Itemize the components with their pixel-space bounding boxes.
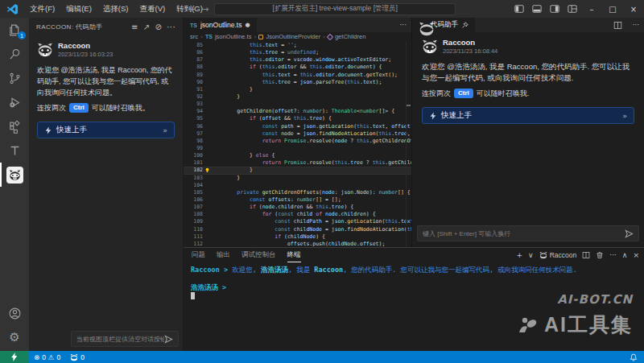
breadcrumb-file[interactable]: jsonOutline.ts — [215, 33, 251, 40]
panel-more-actions-icon[interactable]: ··· — [627, 18, 644, 32]
export-icon[interactable]: ↗ — [141, 23, 153, 31]
code-line[interactable]: 106 const offsets: number[] = []; — [184, 196, 411, 204]
toggle-secondary-sidebar-icon[interactable] — [546, 0, 564, 18]
code-line[interactable]: 88 if (this.editor && this.editor.docume… — [184, 64, 411, 71]
code-line[interactable]: 107 if (node.children && this.tree) { — [184, 204, 411, 211]
nav-forward-icon[interactable]: → — [201, 4, 208, 14]
modified-dot-icon[interactable]: ● — [245, 22, 250, 28]
bell-icon[interactable] — [630, 353, 638, 361]
panel-tab[interactable]: 终端 — [287, 248, 301, 262]
breadcrumb-class[interactable]: JsonOutlineProvider — [266, 33, 320, 40]
assistant-name: Raccoon — [58, 42, 113, 50]
maximize-button[interactable]: □ — [602, 0, 623, 18]
code-line[interactable]: 99 — [184, 145, 411, 152]
code-line[interactable]: 101 return Promise.resolve(this.tree ? t… — [184, 159, 411, 167]
code-line[interactable]: 89 this.text = this.editor.document.getT… — [184, 72, 411, 79]
code-text: if (this.editor && this.editor.document)… — [212, 64, 382, 71]
activity-raccoon[interactable] — [0, 163, 29, 187]
menu-item[interactable]: 选择(S) — [97, 0, 134, 18]
terminal-dropdown-icon[interactable]: ∨ — [528, 251, 534, 259]
remote-indicator[interactable] — [0, 351, 29, 363]
account-icon[interactable] — [0, 301, 29, 325]
close-button[interactable]: × — [623, 0, 644, 18]
panel-tab[interactable]: 输出 — [217, 248, 230, 262]
menu-item[interactable]: 编辑(E) — [60, 0, 97, 18]
code-line[interactable]: 105 private getChildrenOffsets(node: jso… — [184, 189, 411, 196]
panel-tab[interactable]: 问题 — [192, 248, 205, 262]
toggle-sidebar-icon[interactable] — [510, 0, 528, 18]
customize-layout-icon[interactable] — [564, 0, 581, 18]
code-line[interactable]: 92 } — [184, 93, 411, 101]
tab-assistant[interactable]: 代码助手 — [412, 18, 476, 32]
activity-run-debug[interactable] — [0, 90, 29, 114]
nav-back-icon[interactable]: ← — [188, 4, 196, 14]
code-line[interactable]: 93 — [184, 101, 411, 108]
code-line[interactable]: 111 if (childNode) { — [184, 233, 411, 241]
menu-item[interactable]: 文件(F) — [24, 0, 60, 18]
split-terminal-icon[interactable] — [582, 251, 590, 259]
code-line[interactable]: 87 this.editor = vscode.window.activeTex… — [184, 56, 411, 64]
split-editor-icon[interactable] — [609, 18, 627, 32]
assistant-chat-input[interactable]: 键入 [Shift + Enter] 可输入换行 — [417, 225, 639, 241]
terminal-view[interactable]: Raccoon > 欢迎您, 浩浩汤汤, 我是 Raccoon, 您的代码助手.… — [184, 262, 644, 351]
editor-scrollbar[interactable] — [406, 41, 411, 247]
code-line[interactable]: 100 } else { — [184, 152, 411, 159]
activity-source-control[interactable] — [0, 66, 29, 90]
hint-prefix: 连按两次 — [422, 88, 451, 99]
clear-chat-icon[interactable]: ⊘ — [152, 23, 164, 31]
panel-more-icon[interactable]: ··· — [609, 251, 617, 259]
code-editor[interactable]: 85 this.text = '';86 this.tree = undefin… — [184, 41, 411, 247]
send-icon[interactable] — [625, 229, 634, 238]
code-line[interactable]: 102 } — [184, 167, 411, 174]
code-line[interactable]: 95 if (offset && this.tree) { — [184, 115, 411, 122]
code-line[interactable]: 97 const node = json.findNodeAtLocation(… — [184, 130, 411, 138]
kill-terminal-icon[interactable] — [596, 251, 604, 259]
raccoon-status[interactable]: 0 — [65, 351, 89, 363]
code-line[interactable]: 85 this.text = ''; — [184, 42, 411, 49]
code-line[interactable]: 91 } — [184, 86, 411, 93]
settings-gear-icon[interactable]: ⚙ — [0, 325, 29, 349]
code-line[interactable]: 94 getChildren(offset?: number): Thenabl… — [184, 108, 411, 115]
toggle-panel-icon[interactable] — [528, 0, 546, 18]
code-line[interactable]: 104 — [184, 182, 411, 189]
activity-search[interactable] — [0, 42, 29, 66]
code-line[interactable]: 98 return Promise.resolve(node ? this.ge… — [184, 138, 411, 145]
code-line[interactable]: 110 const childNode = json.findNodeAtLoc… — [184, 226, 411, 233]
code-line[interactable]: 96 const path = json.getLocation(this.te… — [184, 123, 411, 130]
assistant-message-header: Raccoon 2023/11/23 16:03:23 — [37, 42, 175, 58]
activity-explorer[interactable]: 1 — [0, 18, 29, 42]
menu-item[interactable]: 查看(V) — [134, 0, 171, 18]
code-line[interactable]: 109 const childPath = json.getLocation(t… — [184, 218, 411, 225]
maximize-panel-icon[interactable]: ∧ — [622, 251, 628, 259]
breadcrumb-separator: › — [200, 33, 203, 40]
assistant-input-row: 键入 [Shift + Enter] 可输入换行 — [412, 221, 644, 247]
sidebar-chat-input[interactable]: 当前视图顶栏提供清空对话按钮 — [71, 331, 179, 347]
quick-start-button[interactable]: 快速上手 » — [422, 107, 634, 124]
tab-jsonoutline[interactable]: TS jsonOutline.ts ● — [184, 18, 258, 32]
lightbulb-icon[interactable] — [203, 167, 212, 174]
minimize-button[interactable]: – — [581, 0, 602, 18]
close-panel-icon[interactable]: × — [633, 251, 639, 259]
breadcrumb-method[interactable]: getChildren — [335, 33, 365, 40]
activity-bar: 1 — [0, 18, 29, 351]
code-line[interactable]: 108 for (const child of node.children) { — [184, 211, 411, 218]
code-line[interactable]: 112 offsets.push(childNode.offset); — [184, 241, 411, 247]
code-line[interactable]: 90 this.tree = json.parseTree(this.text)… — [184, 79, 411, 86]
terminal-profile[interactable]: Raccoon — [539, 251, 577, 259]
activity-tree-view[interactable] — [0, 138, 29, 163]
activity-extensions[interactable] — [0, 114, 29, 138]
more-icon[interactable]: ··· — [164, 23, 178, 31]
quick-start-button[interactable]: 快速上手 » — [37, 122, 175, 138]
send-icon[interactable] — [164, 335, 173, 344]
editor-more-actions-icon[interactable]: ··· — [394, 18, 411, 32]
breadcrumb-src[interactable]: src — [190, 33, 198, 40]
new-terminal-icon[interactable]: + — [517, 251, 523, 259]
menu-lines-icon[interactable]: ≡ — [129, 23, 141, 31]
pin-icon[interactable] — [461, 22, 469, 29]
problems-status[interactable]: ⊗ 0 ⚠ 0 — [29, 351, 65, 363]
panel-tab[interactable]: 调试控制台 — [242, 248, 276, 262]
command-center-search[interactable]: [扩展开发宿主] tree-view-sample [管理员] — [214, 3, 456, 15]
code-line[interactable]: 86 this.tree = undefined; — [184, 49, 411, 56]
code-line[interactable]: 103 } — [184, 175, 411, 182]
code-text: this.text = this.editor.document.getText… — [212, 72, 398, 79]
